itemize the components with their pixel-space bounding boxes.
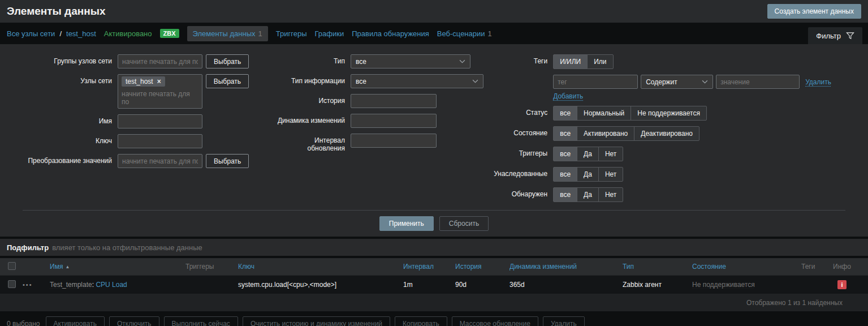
triggers-option-yes[interactable]: Да xyxy=(577,147,599,161)
tag-row-spacer xyxy=(491,75,553,78)
chevron-down-icon xyxy=(459,59,465,63)
status-option-normal[interactable]: Нормальный xyxy=(577,106,631,121)
tab-graphs[interactable]: Графики xyxy=(315,29,344,38)
subfilter-bar: Подфильтр влияет только на отфильтрованн… xyxy=(0,239,868,256)
subfilter-hint: влияет только на отфильтрованные данные xyxy=(52,243,202,252)
tag-name-input[interactable] xyxy=(553,75,638,89)
hosts-multiselect[interactable]: test_host × начните печатать для по xyxy=(118,74,202,109)
item-name-link[interactable]: CPU Load xyxy=(96,281,127,289)
inherited-option-no[interactable]: Нет xyxy=(598,167,623,182)
enable-button[interactable]: Активировать xyxy=(46,316,105,326)
host-groups-input[interactable] xyxy=(118,54,202,68)
filter-divider xyxy=(23,210,845,211)
key-input[interactable] xyxy=(118,134,202,148)
column-header-state[interactable]: Состояние xyxy=(692,263,726,271)
tag-operator-group: И/ИЛИ Или xyxy=(553,54,613,69)
inherited-option-all[interactable]: все xyxy=(553,167,577,182)
sort-asc-icon: ▲ xyxy=(65,264,70,269)
disable-button[interactable]: Отключить xyxy=(109,316,159,326)
tag-operator-andor[interactable]: И/ИЛИ xyxy=(553,54,588,69)
type-select-value: все xyxy=(356,58,366,66)
context-menu-icon[interactable]: ••• xyxy=(23,281,33,288)
column-header-key[interactable]: Ключ xyxy=(238,263,254,271)
tab-items[interactable]: Элементы данных1 xyxy=(187,26,268,41)
apply-button[interactable]: Применить xyxy=(379,216,434,231)
select-all-checkbox[interactable] xyxy=(8,262,16,270)
column-header-trends[interactable]: Динамика изменений xyxy=(509,263,577,271)
tab-items-label[interactable]: Элементы данных xyxy=(193,29,256,38)
tag-value-input[interactable] xyxy=(716,75,800,89)
page-title: Элементы данных xyxy=(7,5,105,18)
column-header-interval[interactable]: Интервал xyxy=(403,263,434,271)
tag-remove-link[interactable]: Удалить xyxy=(805,78,831,86)
valuemap-label: Преобразование значений xyxy=(23,154,118,165)
hosts-select-button[interactable]: Выбрать xyxy=(206,74,249,88)
tab-triggers[interactable]: Триггеры xyxy=(276,29,307,38)
tab-web-scenarios[interactable]: Веб-сценарии xyxy=(437,29,485,38)
column-header-history[interactable]: История xyxy=(455,263,482,271)
status-toggle-label: Статус xyxy=(491,106,553,117)
name-input[interactable] xyxy=(118,114,202,128)
copy-button[interactable]: Копировать xyxy=(395,316,447,326)
type-label: Тип xyxy=(277,54,351,65)
inherited-option-yes[interactable]: Да xyxy=(577,167,599,182)
info-error-badge[interactable]: i xyxy=(837,280,847,289)
breadcrumb-host[interactable]: test_host xyxy=(66,29,96,38)
triggers-option-all[interactable]: все xyxy=(553,147,577,161)
chip-remove-icon[interactable]: × xyxy=(157,78,161,85)
tab-web-scenarios-wrap[interactable]: Веб-сценарии1 xyxy=(437,29,492,38)
status-option-all[interactable]: все xyxy=(553,106,577,121)
template-link[interactable]: Test_template xyxy=(50,281,92,289)
reset-button[interactable]: Сбросить xyxy=(439,216,489,231)
item-state-link[interactable]: Не поддерживается xyxy=(692,281,755,289)
delete-button[interactable]: Удалить xyxy=(543,316,585,326)
info-type-label: Тип информации xyxy=(277,74,351,85)
discovered-option-no[interactable]: Нет xyxy=(598,187,623,202)
type-select[interactable]: все xyxy=(351,54,470,68)
valuemap-select-button[interactable]: Выбрать xyxy=(206,154,249,168)
triggers-option-no[interactable]: Нет xyxy=(598,147,623,161)
filter-tab[interactable]: Фильтр xyxy=(808,27,862,44)
column-header-type[interactable]: Тип xyxy=(623,263,634,271)
tag-match-select[interactable]: Содержит xyxy=(641,75,713,89)
tag-add-link[interactable]: Добавить xyxy=(553,92,583,100)
inherited-toggle-label: Унаследованные xyxy=(491,167,553,178)
row-checkbox[interactable] xyxy=(8,280,16,288)
tag-match-value: Содержит xyxy=(646,78,677,86)
interval-label: Интервал обновления xyxy=(277,134,351,152)
subfilter-title: Подфильтр xyxy=(7,243,49,252)
funnel-icon xyxy=(846,32,854,40)
execute-now-button[interactable]: Выполнить сейчас xyxy=(164,316,238,326)
trends-input[interactable] xyxy=(351,114,437,128)
breadcrumb-all-hosts[interactable]: Все узлы сети xyxy=(7,29,55,38)
tag-add-spacer xyxy=(491,92,553,95)
valuemap-input[interactable] xyxy=(118,154,202,168)
history-input[interactable] xyxy=(351,94,437,108)
state-toggle-label: Состояние xyxy=(491,126,553,137)
selected-count: 0 выбрано xyxy=(7,320,40,326)
column-header-triggers: Триггеры xyxy=(185,263,238,271)
mass-action-bar: 0 выбрано Активировать Отключить Выполни… xyxy=(0,311,868,326)
mass-update-button[interactable]: Массовое обновление xyxy=(452,316,538,326)
breadcrumb: Все узлы сети / test_host Активировано Z… xyxy=(0,23,492,44)
info-type-select[interactable]: все xyxy=(351,74,483,88)
discovered-option-yes[interactable]: Да xyxy=(577,187,599,202)
state-option-all[interactable]: все xyxy=(553,126,577,141)
interval-input[interactable] xyxy=(351,134,437,148)
tag-operator-or[interactable]: Или xyxy=(587,54,613,69)
host-groups-select-button[interactable]: Выбрать xyxy=(206,54,249,68)
host-chip: test_host × xyxy=(122,76,165,87)
tab-items-count: 1 xyxy=(258,29,262,38)
clear-history-button[interactable]: Очистить историю и динамику изменений xyxy=(243,316,390,326)
tab-discovery-rules[interactable]: Правила обнаружения xyxy=(352,29,429,38)
item-key: system.cpu.load[<cpu>,<mode>] xyxy=(238,281,403,289)
status-option-notsupported[interactable]: Не поддерживается xyxy=(631,106,707,121)
state-option-disabled[interactable]: Деактивировано xyxy=(634,126,699,141)
triggers-toggle-label: Триггеры xyxy=(491,147,553,157)
filter-tab-label: Фильтр xyxy=(816,32,841,40)
column-header-name[interactable]: Имя xyxy=(50,263,63,271)
create-item-button[interactable]: Создать элемент данных xyxy=(767,4,861,19)
hosts-input-placeholder[interactable]: начните печатать для по xyxy=(122,90,198,106)
discovered-option-all[interactable]: все xyxy=(553,187,577,202)
state-option-enabled[interactable]: Активировано xyxy=(577,126,634,141)
